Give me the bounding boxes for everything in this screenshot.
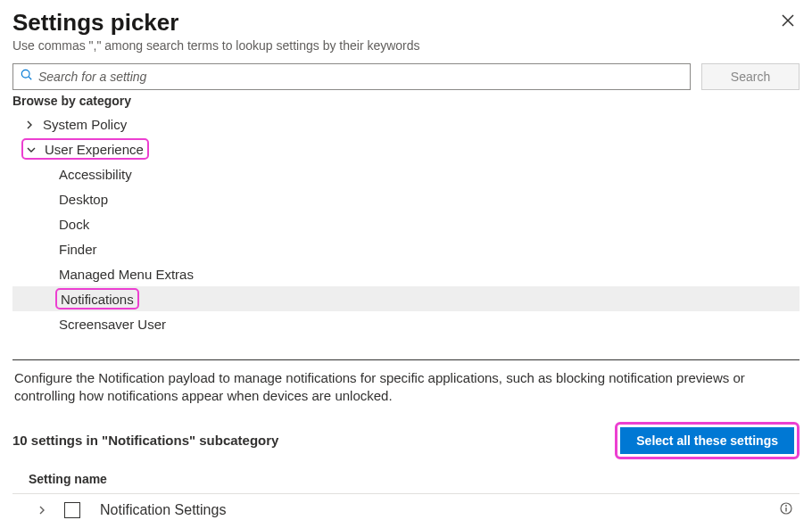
- page-subtitle: Use commas "," among search terms to loo…: [12, 38, 420, 53]
- subcategory-label: Screensaver User: [59, 317, 166, 332]
- search-button[interactable]: Search: [701, 63, 800, 90]
- page-title: Settings picker: [12, 9, 420, 37]
- subcategory-count-label: 10 settings in "Notifications" subcatego…: [12, 433, 278, 448]
- setting-row[interactable]: Notification Settings: [12, 493, 800, 521]
- setting-label: Notification Settings: [100, 502, 226, 518]
- subcategory-label: Accessibility: [59, 167, 132, 182]
- subcategory-label: Dock: [59, 217, 89, 232]
- subcategory-desktop[interactable]: Desktop: [12, 186, 800, 211]
- chevron-right-icon[interactable]: [37, 502, 48, 518]
- svg-line-1: [29, 77, 31, 79]
- settings-table-header: Setting name: [29, 472, 800, 486]
- browse-label: Browse by category: [12, 94, 800, 108]
- category-system-policy[interactable]: System Policy: [12, 111, 800, 136]
- subcategory-accessibility[interactable]: Accessibility: [12, 161, 800, 186]
- svg-point-0: [21, 70, 29, 78]
- subcategory-label: Desktop: [59, 192, 108, 207]
- subcategory-managed-menu-extras[interactable]: Managed Menu Extras: [12, 261, 800, 286]
- subcategory-label: Notifications: [61, 292, 134, 307]
- chevron-right-icon: [25, 117, 37, 132]
- category-label: System Policy: [43, 117, 127, 132]
- subcategory-label: Managed Menu Extras: [59, 267, 194, 282]
- subcategory-screensaver-user[interactable]: Screensaver User: [12, 311, 800, 336]
- select-all-button[interactable]: Select all these settings: [620, 427, 794, 454]
- close-icon[interactable]: [776, 9, 800, 35]
- svg-point-3: [785, 505, 787, 507]
- subcategory-dock[interactable]: Dock: [12, 211, 800, 236]
- svg-rect-4: [785, 508, 786, 512]
- chevron-down-icon: [27, 142, 39, 157]
- select-all-highlight: Select all these settings: [615, 422, 800, 459]
- search-icon: [21, 69, 33, 85]
- divider: [12, 359, 800, 360]
- category-label: User Experience: [45, 142, 144, 157]
- config-description: Configure the Notification payload to ma…: [12, 369, 800, 406]
- search-box[interactable]: [12, 63, 691, 90]
- setting-checkbox[interactable]: [64, 502, 80, 518]
- category-user-experience[interactable]: User Experience: [12, 136, 800, 161]
- info-icon[interactable]: [780, 502, 792, 518]
- search-input[interactable]: [38, 70, 683, 84]
- subcategory-label: Finder: [59, 242, 97, 257]
- subcategory-time-machine[interactable]: Time Machine: [12, 336, 800, 352]
- subcategory-notifications[interactable]: Notifications: [12, 286, 800, 311]
- category-tree: System Policy User Experience Accessibil…: [12, 111, 800, 352]
- subcategory-finder[interactable]: Finder: [12, 236, 800, 261]
